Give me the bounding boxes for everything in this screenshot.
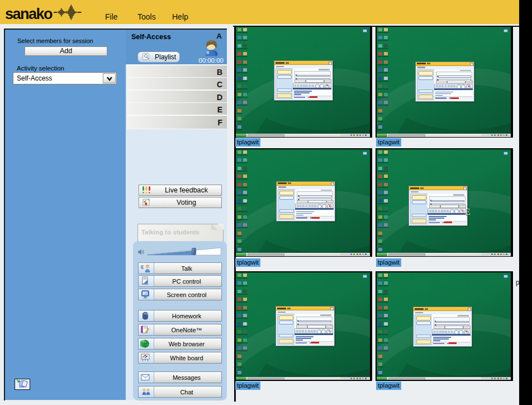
svg-text:((: (( <box>141 265 144 269</box>
